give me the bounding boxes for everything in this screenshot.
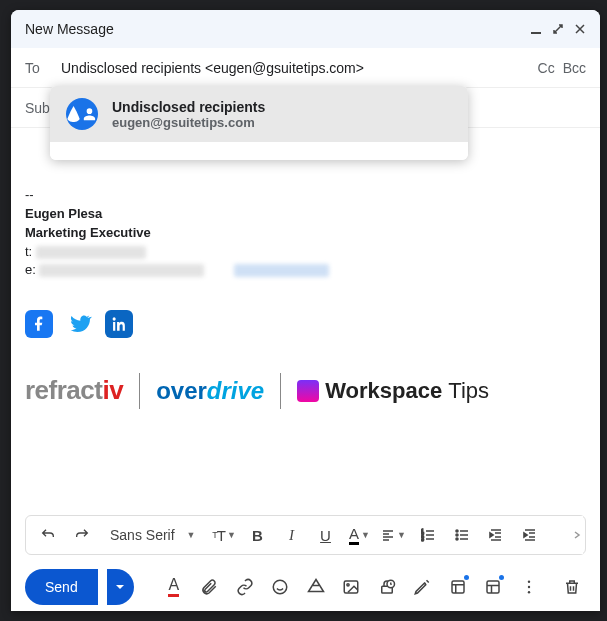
message-body[interactable]: -- Eugen Plesa Marketing Executive t: e: (11, 128, 600, 515)
recipient-suggestion-popup: Undisclosed recipients eugen@gsuitetips.… (50, 86, 468, 160)
more-options-icon[interactable] (515, 573, 543, 601)
suggestion-tail (50, 142, 468, 160)
toolbar-overflow[interactable] (571, 516, 583, 554)
window-actions (530, 23, 586, 35)
subject-label: Sub (25, 100, 51, 116)
svg-point-7 (274, 580, 288, 594)
refractiv-logo: refractiv (25, 372, 123, 410)
indent-more-button[interactable] (516, 521, 544, 549)
italic-button[interactable]: I (278, 521, 306, 549)
svg-text:3: 3 (421, 536, 424, 542)
indent-less-button[interactable] (482, 521, 510, 549)
align-button[interactable]: ▼ (380, 521, 408, 549)
svg-point-15 (528, 586, 530, 588)
partner-logos: refractiv overdrive Workspace Tips (25, 372, 586, 410)
popout-icon[interactable] (552, 23, 564, 35)
avatar-icon (66, 98, 98, 130)
linkedin-icon[interactable] (105, 310, 133, 338)
numbered-list-button[interactable]: 123 (414, 521, 442, 549)
svg-point-4 (456, 530, 458, 532)
signature-email-line: e: (25, 261, 586, 280)
chevron-down-icon: ▼ (397, 530, 406, 540)
suggestion-item[interactable]: Undisclosed recipients eugen@gsuitetips.… (50, 86, 468, 142)
logo-separator (139, 373, 140, 409)
layouts-icon[interactable] (480, 573, 508, 601)
font-name: Sans Serif (110, 527, 175, 543)
svg-point-14 (528, 581, 530, 583)
signature-divider: -- (25, 186, 586, 205)
svg-point-5 (456, 534, 458, 536)
social-icons (25, 310, 586, 338)
signature-block: -- Eugen Plesa Marketing Executive t: e: (25, 186, 586, 410)
redo-button[interactable] (68, 521, 96, 549)
underline-button[interactable]: U (312, 521, 340, 549)
chevron-down-icon: ▼ (227, 530, 235, 540)
svg-rect-0 (531, 32, 541, 34)
link-icon[interactable] (231, 573, 259, 601)
bullet-list-button[interactable] (448, 521, 476, 549)
phone-label: t: (25, 244, 32, 259)
compose-title: New Message (25, 21, 530, 37)
workspacetips-mark-icon (297, 380, 319, 402)
font-picker[interactable]: Sans Serif ▼ (102, 527, 204, 543)
svg-point-6 (456, 538, 458, 540)
minimize-icon[interactable] (530, 23, 542, 35)
confidential-icon[interactable] (373, 573, 401, 601)
signature-name: Eugen Plesa (25, 205, 586, 224)
signature-icon[interactable] (409, 573, 437, 601)
chevron-down-icon: ▼ (361, 530, 370, 540)
overdrive-logo: overdrive (156, 374, 264, 409)
text-color-button[interactable]: A▼ (346, 521, 374, 549)
svg-rect-12 (452, 581, 464, 593)
format-toggle-button[interactable]: A (160, 573, 188, 601)
formatting-toolbar: Sans Serif ▼ TT▼ B I U A▼ ▼ 123 (25, 515, 586, 555)
twitter-icon[interactable] (65, 310, 93, 338)
facebook-icon[interactable] (25, 310, 53, 338)
cc-bcc: Cc Bcc (538, 60, 586, 76)
template-icon[interactable] (444, 573, 472, 601)
send-options-button[interactable] (107, 569, 135, 605)
email-label: e: (25, 262, 36, 277)
undo-button[interactable] (34, 521, 62, 549)
to-label: To (25, 60, 51, 76)
bcc-button[interactable]: Bcc (563, 60, 586, 76)
emoji-icon[interactable] (267, 573, 295, 601)
chevron-down-icon: ▼ (187, 530, 196, 540)
cc-button[interactable]: Cc (538, 60, 555, 76)
svg-point-9 (347, 584, 349, 586)
suggestion-name: Undisclosed recipients (112, 99, 265, 115)
to-row[interactable]: To Undisclosed recipients <eugen@gsuitet… (11, 48, 600, 88)
workspacetips-logo: Workspace Tips (297, 375, 489, 407)
logo-separator (280, 373, 281, 409)
signature-title: Marketing Executive (25, 224, 586, 243)
signature-phone-line: t: (25, 243, 586, 262)
redacted-email (39, 264, 204, 277)
font-size-button[interactable]: TT▼ (210, 521, 238, 549)
action-bar: Send A (11, 563, 600, 611)
attach-icon[interactable] (196, 573, 224, 601)
drive-icon[interactable] (302, 573, 330, 601)
compose-header: New Message (11, 10, 600, 48)
svg-point-16 (528, 591, 530, 593)
redacted-link (234, 264, 329, 277)
svg-rect-13 (487, 581, 499, 593)
image-icon[interactable] (338, 573, 366, 601)
suggestion-email: eugen@gsuitetips.com (112, 115, 265, 130)
suggestion-text: Undisclosed recipients eugen@gsuitetips.… (112, 99, 265, 130)
send-button[interactable]: Send (25, 569, 98, 605)
discard-icon[interactable] (559, 573, 587, 601)
bold-button[interactable]: B (244, 521, 272, 549)
to-value[interactable]: Undisclosed recipients <eugen@gsuitetips… (61, 60, 528, 76)
close-icon[interactable] (574, 23, 586, 35)
redacted-phone (36, 246, 146, 259)
